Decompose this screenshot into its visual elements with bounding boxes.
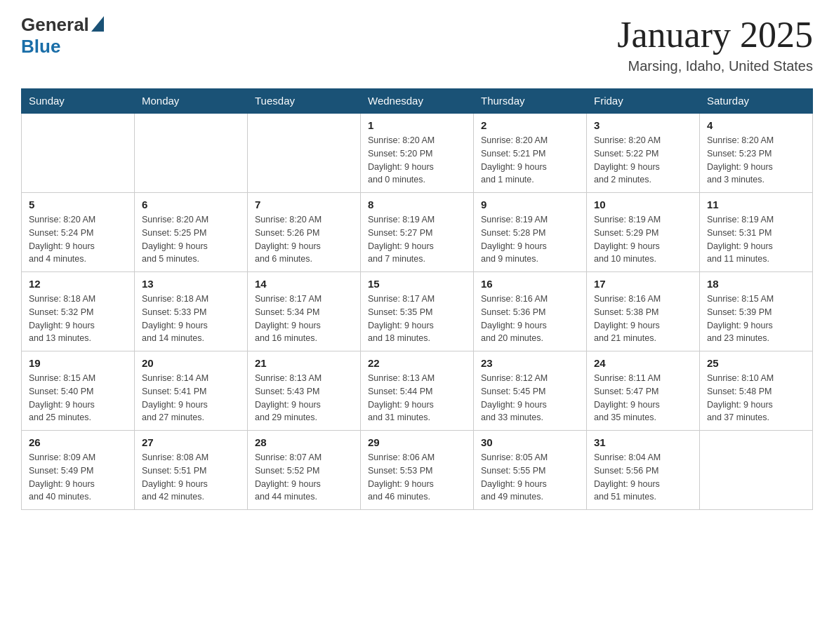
day-number: 31 xyxy=(594,436,692,448)
calendar-title: January 2025 xyxy=(617,14,813,55)
day-cell: 7Sunrise: 8:20 AMSunset: 5:26 PMDaylight… xyxy=(248,193,361,272)
day-number: 10 xyxy=(594,199,692,210)
day-cell: 5Sunrise: 8:20 AMSunset: 5:24 PMDaylight… xyxy=(22,193,135,272)
day-info: Sunrise: 8:20 AMSunset: 5:25 PMDaylight:… xyxy=(142,213,240,266)
day-info: Sunrise: 8:18 AMSunset: 5:33 PMDaylight:… xyxy=(142,293,240,345)
day-info: Sunrise: 8:13 AMSunset: 5:43 PMDaylight:… xyxy=(255,372,353,424)
day-number: 24 xyxy=(594,357,692,369)
day-cell: 24Sunrise: 8:11 AMSunset: 5:47 PMDayligh… xyxy=(587,351,700,431)
day-cell xyxy=(700,431,813,510)
day-info: Sunrise: 8:15 AMSunset: 5:39 PMDaylight:… xyxy=(707,293,805,345)
day-number: 14 xyxy=(255,278,353,290)
page-header: General Blue January 2025 Marsing, Idaho… xyxy=(21,14,813,74)
day-info: Sunrise: 8:19 AMSunset: 5:31 PMDaylight:… xyxy=(707,213,805,266)
day-number: 17 xyxy=(594,278,692,290)
day-cell: 11Sunrise: 8:19 AMSunset: 5:31 PMDayligh… xyxy=(700,193,813,272)
day-info: Sunrise: 8:14 AMSunset: 5:41 PMDaylight:… xyxy=(142,372,240,424)
day-info: Sunrise: 8:06 AMSunset: 5:53 PMDaylight:… xyxy=(368,451,466,504)
day-cell: 2Sunrise: 8:20 AMSunset: 5:21 PMDaylight… xyxy=(474,113,587,193)
day-number: 26 xyxy=(29,436,127,448)
day-info: Sunrise: 8:19 AMSunset: 5:28 PMDaylight:… xyxy=(481,213,579,266)
day-number: 9 xyxy=(481,199,579,210)
day-number: 4 xyxy=(707,119,805,131)
day-number: 7 xyxy=(255,199,353,210)
day-number: 20 xyxy=(142,357,240,369)
day-info: Sunrise: 8:16 AMSunset: 5:38 PMDaylight:… xyxy=(594,293,692,345)
day-info: Sunrise: 8:11 AMSunset: 5:47 PMDaylight:… xyxy=(594,372,692,424)
day-number: 22 xyxy=(368,357,466,369)
day-number: 2 xyxy=(481,119,579,131)
day-number: 19 xyxy=(29,357,127,369)
day-info: Sunrise: 8:08 AMSunset: 5:51 PMDaylight:… xyxy=(142,451,240,504)
day-cell xyxy=(22,113,135,193)
day-number: 13 xyxy=(142,278,240,290)
day-number: 3 xyxy=(594,119,692,131)
day-cell: 26Sunrise: 8:09 AMSunset: 5:49 PMDayligh… xyxy=(22,431,135,510)
title-area: January 2025 Marsing, Idaho, United Stat… xyxy=(617,14,813,74)
day-cell xyxy=(135,113,248,193)
day-cell: 25Sunrise: 8:10 AMSunset: 5:48 PMDayligh… xyxy=(700,351,813,431)
day-cell: 13Sunrise: 8:18 AMSunset: 5:33 PMDayligh… xyxy=(135,272,248,351)
day-info: Sunrise: 8:05 AMSunset: 5:55 PMDaylight:… xyxy=(481,451,579,504)
day-number: 15 xyxy=(368,278,466,290)
day-cell: 31Sunrise: 8:04 AMSunset: 5:56 PMDayligh… xyxy=(587,431,700,510)
day-info: Sunrise: 8:10 AMSunset: 5:48 PMDaylight:… xyxy=(707,372,805,424)
day-cell: 12Sunrise: 8:18 AMSunset: 5:32 PMDayligh… xyxy=(22,272,135,351)
header-cell-tuesday: Tuesday xyxy=(248,89,361,114)
calendar-subtitle: Marsing, Idaho, United States xyxy=(617,58,813,74)
logo-triangle-icon xyxy=(91,16,104,32)
day-info: Sunrise: 8:19 AMSunset: 5:27 PMDaylight:… xyxy=(368,213,466,266)
week-row-1: 1Sunrise: 8:20 AMSunset: 5:20 PMDaylight… xyxy=(22,113,813,193)
day-cell: 22Sunrise: 8:13 AMSunset: 5:44 PMDayligh… xyxy=(361,351,474,431)
day-info: Sunrise: 8:12 AMSunset: 5:45 PMDaylight:… xyxy=(481,372,579,424)
day-cell: 18Sunrise: 8:15 AMSunset: 5:39 PMDayligh… xyxy=(700,272,813,351)
logo-blue-text: Blue xyxy=(21,36,60,58)
day-cell: 4Sunrise: 8:20 AMSunset: 5:23 PMDaylight… xyxy=(700,113,813,193)
day-cell: 3Sunrise: 8:20 AMSunset: 5:22 PMDaylight… xyxy=(587,113,700,193)
day-number: 6 xyxy=(142,199,240,210)
day-cell: 30Sunrise: 8:05 AMSunset: 5:55 PMDayligh… xyxy=(474,431,587,510)
day-info: Sunrise: 8:20 AMSunset: 5:21 PMDaylight:… xyxy=(481,134,579,187)
day-number: 16 xyxy=(481,278,579,290)
day-info: Sunrise: 8:17 AMSunset: 5:34 PMDaylight:… xyxy=(255,293,353,345)
day-cell: 29Sunrise: 8:06 AMSunset: 5:53 PMDayligh… xyxy=(361,431,474,510)
day-info: Sunrise: 8:15 AMSunset: 5:40 PMDaylight:… xyxy=(29,372,127,424)
day-number: 8 xyxy=(368,199,466,210)
day-info: Sunrise: 8:20 AMSunset: 5:22 PMDaylight:… xyxy=(594,134,692,187)
header-cell-wednesday: Wednesday xyxy=(361,89,474,114)
day-cell: 19Sunrise: 8:15 AMSunset: 5:40 PMDayligh… xyxy=(22,351,135,431)
day-cell xyxy=(248,113,361,193)
day-info: Sunrise: 8:07 AMSunset: 5:52 PMDaylight:… xyxy=(255,451,353,504)
day-number: 18 xyxy=(707,278,805,290)
header-cell-saturday: Saturday xyxy=(700,89,813,114)
day-cell: 1Sunrise: 8:20 AMSunset: 5:20 PMDaylight… xyxy=(361,113,474,193)
day-cell: 10Sunrise: 8:19 AMSunset: 5:29 PMDayligh… xyxy=(587,193,700,272)
day-number: 28 xyxy=(255,436,353,448)
day-info: Sunrise: 8:04 AMSunset: 5:56 PMDaylight:… xyxy=(594,451,692,504)
logo-general-text: General xyxy=(21,14,89,36)
day-info: Sunrise: 8:20 AMSunset: 5:24 PMDaylight:… xyxy=(29,213,127,266)
day-cell: 21Sunrise: 8:13 AMSunset: 5:43 PMDayligh… xyxy=(248,351,361,431)
day-cell: 23Sunrise: 8:12 AMSunset: 5:45 PMDayligh… xyxy=(474,351,587,431)
day-number: 21 xyxy=(255,357,353,369)
header-cell-monday: Monday xyxy=(135,89,248,114)
day-info: Sunrise: 8:18 AMSunset: 5:32 PMDaylight:… xyxy=(29,293,127,345)
week-row-5: 26Sunrise: 8:09 AMSunset: 5:49 PMDayligh… xyxy=(22,431,813,510)
day-cell: 6Sunrise: 8:20 AMSunset: 5:25 PMDaylight… xyxy=(135,193,248,272)
day-cell: 20Sunrise: 8:14 AMSunset: 5:41 PMDayligh… xyxy=(135,351,248,431)
day-number: 29 xyxy=(368,436,466,448)
day-info: Sunrise: 8:16 AMSunset: 5:36 PMDaylight:… xyxy=(481,293,579,345)
day-cell: 9Sunrise: 8:19 AMSunset: 5:28 PMDaylight… xyxy=(474,193,587,272)
calendar-table: SundayMondayTuesdayWednesdayThursdayFrid… xyxy=(21,88,813,510)
day-info: Sunrise: 8:17 AMSunset: 5:35 PMDaylight:… xyxy=(368,293,466,345)
day-info: Sunrise: 8:20 AMSunset: 5:20 PMDaylight:… xyxy=(368,134,466,187)
logo: General Blue xyxy=(21,14,104,58)
day-number: 25 xyxy=(707,357,805,369)
day-cell: 14Sunrise: 8:17 AMSunset: 5:34 PMDayligh… xyxy=(248,272,361,351)
day-number: 1 xyxy=(368,119,466,131)
day-info: Sunrise: 8:20 AMSunset: 5:23 PMDaylight:… xyxy=(707,134,805,187)
day-info: Sunrise: 8:13 AMSunset: 5:44 PMDaylight:… xyxy=(368,372,466,424)
day-number: 12 xyxy=(29,278,127,290)
day-number: 27 xyxy=(142,436,240,448)
day-info: Sunrise: 8:19 AMSunset: 5:29 PMDaylight:… xyxy=(594,213,692,266)
